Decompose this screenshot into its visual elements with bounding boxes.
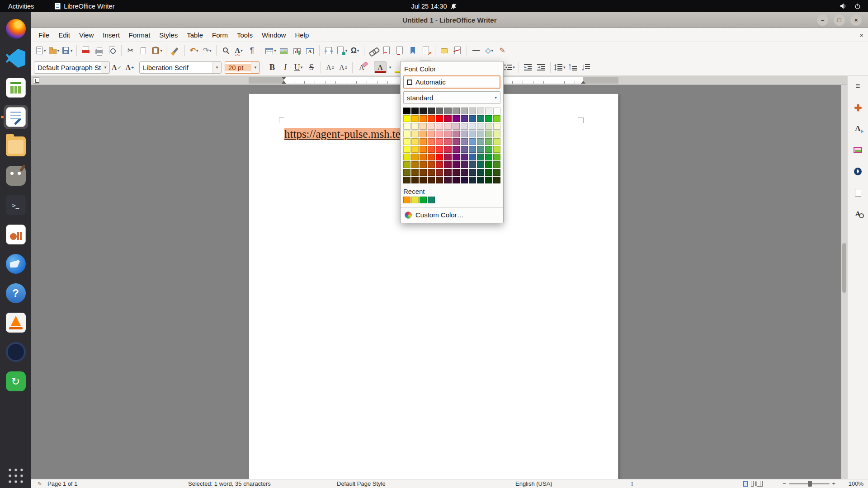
color-swatch[interactable] (461, 138, 468, 145)
chevron-down-icon[interactable]: ▾ (196, 48, 198, 53)
color-swatch[interactable] (436, 177, 443, 183)
color-swatch[interactable] (444, 169, 451, 176)
page-style-status[interactable]: Default Page Style (337, 479, 386, 488)
color-swatch[interactable] (469, 131, 476, 137)
color-swatch[interactable] (493, 138, 500, 145)
selection-status[interactable]: Selected: 1 word, 35 characters (188, 479, 271, 488)
color-swatch[interactable] (411, 161, 419, 168)
color-swatch[interactable] (411, 123, 419, 130)
palette-select[interactable]: standard ▾ (403, 91, 500, 104)
cross-reference-button[interactable] (420, 44, 432, 57)
color-swatch[interactable] (444, 154, 451, 160)
italic-button[interactable]: I (279, 61, 292, 74)
page-break-button[interactable] (322, 44, 335, 57)
font-name-combo[interactable]: Liberation Serif ▾ (139, 61, 222, 74)
color-swatch[interactable] (444, 123, 451, 130)
color-swatch[interactable] (428, 146, 435, 153)
color-swatch[interactable] (461, 169, 468, 176)
font-color-dropdown[interactable]: ▾ (387, 61, 393, 74)
dock-libreoffice-writer[interactable] (4, 105, 28, 129)
chevron-down-icon[interactable]: ▾ (345, 48, 348, 53)
color-swatch[interactable] (493, 169, 500, 176)
color-swatch[interactable] (428, 177, 435, 183)
color-swatch[interactable] (436, 138, 443, 145)
insert-field-button[interactable]: ▾ (335, 44, 349, 57)
book-view-button[interactable] (757, 481, 763, 487)
chevron-down-icon[interactable]: ▾ (301, 65, 303, 70)
current-app-chip[interactable]: LibreOffice Writer (55, 3, 114, 10)
color-swatch[interactable] (420, 123, 427, 130)
color-swatch[interactable] (436, 108, 443, 114)
color-swatch[interactable] (469, 154, 476, 160)
color-swatch[interactable] (477, 123, 484, 130)
zoom-out-button[interactable]: − (783, 480, 786, 487)
color-swatch[interactable] (403, 154, 410, 160)
vertical-scrollbar[interactable] (841, 85, 847, 479)
tab-stop-selector[interactable] (33, 77, 39, 84)
menu-item-view[interactable]: View (75, 30, 98, 40)
color-swatch[interactable] (444, 108, 451, 114)
color-swatch[interactable] (493, 177, 500, 183)
chevron-down-icon[interactable]: ▾ (160, 48, 163, 53)
new-style-button[interactable]: A+ (123, 61, 136, 74)
color-swatch[interactable] (477, 169, 484, 176)
recent-color-swatch[interactable] (411, 197, 419, 203)
color-swatch[interactable] (477, 154, 484, 160)
color-swatch[interactable] (477, 161, 484, 168)
color-swatch[interactable] (403, 177, 410, 183)
recent-color-swatch[interactable] (428, 197, 435, 203)
color-swatch[interactable] (485, 177, 492, 183)
color-swatch[interactable] (436, 161, 443, 168)
color-swatch[interactable] (411, 169, 419, 176)
color-swatch[interactable] (453, 108, 460, 114)
underline-button[interactable]: U▾ (292, 61, 305, 74)
color-swatch[interactable] (420, 169, 427, 176)
recent-color-swatch[interactable] (403, 197, 410, 203)
insert-bookmark-button[interactable] (406, 44, 419, 57)
color-swatch[interactable] (485, 138, 492, 145)
open-button[interactable]: ▾ (47, 44, 61, 57)
titlebar[interactable]: Untitled 1 - LibreOffice Writer – □ × (31, 12, 868, 28)
menu-item-table[interactable]: Table (182, 30, 208, 40)
language-status[interactable]: English (USA) (515, 479, 552, 488)
color-swatch[interactable] (461, 115, 468, 122)
color-swatch[interactable] (453, 169, 460, 176)
color-swatch[interactable] (461, 177, 468, 183)
decrease-indent-button[interactable] (535, 61, 547, 74)
color-swatch[interactable] (493, 146, 500, 153)
insert-image-button[interactable] (278, 44, 290, 57)
color-swatch[interactable] (403, 138, 410, 145)
recent-color-swatch[interactable] (420, 197, 427, 203)
color-swatch[interactable] (477, 146, 484, 153)
paragraph-style-combo[interactable]: Default Paragraph Styl ▾ (34, 61, 110, 74)
chevron-down-icon[interactable]: ▾ (209, 48, 212, 53)
first-line-indent-marker[interactable] (282, 77, 286, 80)
chevron-down-icon[interactable]: ▾ (491, 48, 494, 53)
color-swatch[interactable] (493, 108, 500, 114)
increase-indent-button[interactable] (522, 61, 534, 74)
color-swatch[interactable] (453, 138, 460, 145)
color-swatch[interactable] (428, 123, 435, 130)
color-swatch[interactable] (444, 146, 451, 153)
color-swatch[interactable] (403, 108, 410, 114)
color-swatch[interactable] (485, 161, 492, 168)
color-swatch[interactable] (477, 108, 484, 114)
system-indicators[interactable] (840, 3, 868, 9)
custom-color-button[interactable]: Custom Color… (401, 208, 503, 223)
menu-item-help[interactable]: Help (290, 30, 313, 40)
decrease-paragraph-spacing-button[interactable] (580, 61, 593, 74)
dock-libreoffice-calc[interactable] (4, 75, 28, 100)
increase-paragraph-spacing-button[interactable] (567, 61, 580, 74)
horizontal-line-button[interactable] (470, 44, 482, 57)
sidebar-style-inspector-button[interactable]: A (850, 207, 866, 221)
color-swatch[interactable] (469, 115, 476, 122)
activities-button[interactable]: Activities (0, 0, 42, 12)
find-replace-button[interactable] (219, 44, 232, 57)
color-swatch[interactable] (428, 169, 435, 176)
dock-show-apps[interactable] (4, 464, 28, 488)
insert-comment-button[interactable] (438, 44, 451, 57)
color-swatch[interactable] (444, 138, 451, 145)
insert-chart-button[interactable] (291, 44, 303, 57)
font-size-dropdown[interactable]: ▾ (251, 62, 259, 73)
multi-page-view-button[interactable] (751, 481, 754, 487)
